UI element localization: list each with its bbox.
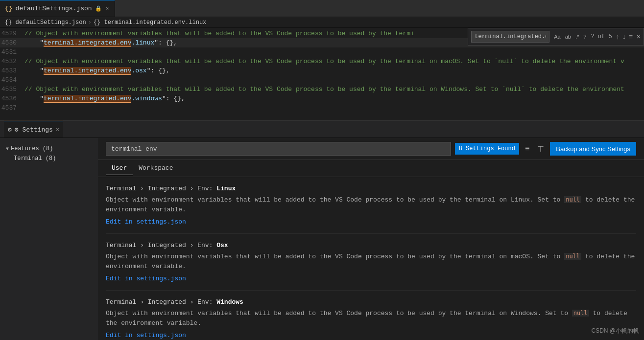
find-widget: Aa ab .* ? ? of 5 ↑ ↓ ≡ ×: [468, 28, 644, 45]
settings-toolbar: 8 Settings Found ≡ ⊤ Backup and Sync Set…: [98, 138, 644, 160]
find-menu-btn[interactable]: ≡: [628, 33, 634, 41]
code-line-4534: 4534: [0, 75, 644, 85]
setting-desc-text-linux: Object with environment variables that w…: [106, 196, 560, 204]
settings-tab-label: ⚙ Settings: [15, 126, 53, 134]
breadcrumb-sep1: ›: [88, 19, 92, 26]
find-prev-btn[interactable]: ↑: [615, 33, 620, 41]
line-content-4535: // Object with environment variables tha…: [24, 85, 644, 94]
setting-desc-windows: Object with environment variables that w…: [106, 309, 636, 328]
settings-list: Terminal › Integrated › Env: Linux Objec…: [98, 177, 644, 340]
edit-settings-link-linux[interactable]: Edit in settings.json: [106, 218, 186, 226]
line-num-4535: 4535: [0, 85, 24, 94]
setting-item-osx: Terminal › Integrated › Env: Osx Object …: [106, 234, 636, 291]
sidebar-features-label: Features (8): [11, 145, 53, 152]
setting-title-windows: Terminal › Integrated › Env: Windows: [106, 298, 636, 306]
find-close-btn[interactable]: ×: [637, 33, 641, 41]
find-count: ? of 5: [591, 33, 612, 40]
filter-settings-btn[interactable]: ⊤: [535, 143, 546, 155]
json-icon: {}: [5, 5, 13, 12]
setting-title-bold-linux: Linux: [216, 185, 236, 192]
bottom-panel: ⚙ ⚙ Settings × ▼ Features (8) Terminal (…: [0, 121, 644, 340]
settings-panel-tab[interactable]: ⚙ ⚙ Settings ×: [4, 121, 63, 137]
breadcrumb: {} defaultSettings.json › {} terminal.in…: [0, 17, 644, 28]
line-num-4536: 4536: [0, 94, 24, 103]
setting-title-prefix-windows: Terminal › Integrated › Env:: [106, 298, 216, 306]
tab-label: defaultSettings.json: [16, 5, 92, 12]
edit-settings-link-windows[interactable]: Edit in settings.json: [106, 332, 186, 339]
tab-workspace-label: Workspace: [139, 164, 173, 172]
breadcrumb-part1: {} defaultSettings.json: [5, 19, 86, 26]
line-num-4529: 4529: [0, 29, 24, 38]
backup-sync-button[interactable]: Backup and Sync Settings: [550, 142, 636, 156]
setting-title-bold-osx: Osx: [216, 242, 228, 249]
setting-inline-code-windows: null: [572, 310, 589, 317]
setting-title-osx: Terminal › Integrated › Env: Osx: [106, 242, 636, 249]
settings-main: 8 Settings Found ≡ ⊤ Backup and Sync Set…: [98, 138, 644, 340]
code-line-4531: 4531: [0, 47, 644, 57]
settings-count-badge: 8 Settings Found: [455, 143, 519, 155]
line-content-4533: "terminal.integrated.env.osx": {},: [24, 66, 644, 75]
settings-content: ▼ Features (8) Terminal (8) 8 Settings F…: [0, 138, 644, 340]
setting-inline-code-linux: null: [564, 196, 581, 203]
settings-user-workspace-tabs: User Workspace: [98, 160, 644, 177]
line-num-4534: 4534: [0, 75, 24, 85]
tab-bar: {} defaultSettings.json 🔒 ×: [0, 0, 644, 17]
sort-settings-btn[interactable]: ≡: [523, 143, 531, 154]
tab-close-icon[interactable]: ×: [105, 5, 110, 12]
settings-panel-close-btn[interactable]: ×: [56, 126, 59, 133]
settings-tab-icon: ⚙: [8, 126, 12, 134]
setting-desc-text-windows: Object with environment variables that w…: [106, 310, 568, 317]
line-content-4532: // Object with environment variables tha…: [24, 57, 644, 66]
line-num-4537: 4537: [0, 103, 24, 113]
setting-desc-linux: Object with environment variables that w…: [106, 195, 636, 214]
line-content-4536: "terminal.integrated.env.windows": {},: [24, 94, 644, 103]
search-input[interactable]: [106, 142, 451, 156]
find-regex-btn[interactable]: .*: [574, 33, 580, 40]
tab-user-label: User: [112, 164, 127, 172]
editor-tab[interactable]: {} defaultSettings.json 🔒 ×: [0, 0, 115, 17]
line-num-4531: 4531: [0, 47, 24, 57]
setting-title-linux: Terminal › Integrated › Env: Linux: [106, 185, 636, 192]
find-whole-word-btn[interactable]: ab: [564, 33, 572, 40]
line-num-4532: 4532: [0, 57, 24, 66]
setting-title-bold-windows: Windows: [216, 298, 243, 306]
code-line-4537: 4537: [0, 103, 644, 113]
lock-icon: 🔒: [95, 5, 102, 12]
setting-desc-osx: Object with environment variables that w…: [106, 252, 636, 271]
sidebar-features-group: ▼ Features (8) Terminal (8): [0, 142, 98, 165]
sidebar-item-terminal[interactable]: Terminal (8): [0, 154, 98, 163]
find-preserve-case-btn[interactable]: ?: [582, 33, 588, 40]
code-line-4533: 4533 "terminal.integrated.env.osx": {},: [0, 66, 644, 75]
setting-desc-text-osx: Object with environment variables that w…: [106, 253, 560, 260]
setting-item-windows: Terminal › Integrated › Env: Windows Obj…: [106, 291, 636, 340]
tab-user[interactable]: User: [106, 161, 133, 175]
code-line-4532: 4532 // Object with environment variable…: [0, 57, 644, 66]
panel-tab-bar: ⚙ ⚙ Settings ×: [0, 121, 644, 138]
sidebar-terminal-label: Terminal (8): [14, 155, 56, 162]
code-editor: Aa ab .* ? ? of 5 ↑ ↓ ≡ × 4529 // Object…: [0, 28, 644, 121]
line-num-4530: 4530: [0, 38, 24, 47]
find-input[interactable]: [471, 31, 549, 43]
code-line-4536: 4536 "terminal.integrated.env.windows": …: [0, 94, 644, 103]
sidebar-features-header[interactable]: ▼ Features (8): [0, 144, 98, 154]
find-match-case-btn[interactable]: Aa: [552, 33, 562, 40]
setting-title-prefix-osx: Terminal › Integrated › Env:: [106, 242, 216, 249]
find-nav: ↑ ↓ ≡: [615, 33, 634, 41]
setting-inline-code-osx: null: [564, 253, 581, 260]
edit-settings-link-osx[interactable]: Edit in settings.json: [106, 275, 186, 282]
find-options: Aa ab .* ?: [552, 33, 588, 40]
setting-title-prefix-linux: Terminal › Integrated › Env:: [106, 185, 216, 192]
setting-item-linux: Terminal › Integrated › Env: Linux Objec…: [106, 177, 636, 234]
find-next-btn[interactable]: ↓: [621, 33, 627, 41]
tab-workspace[interactable]: Workspace: [133, 161, 179, 175]
breadcrumb-part2: {} terminal.integrated.env.linux: [94, 19, 206, 26]
line-num-4533: 4533: [0, 66, 24, 75]
chevron-down-icon: ▼: [6, 146, 9, 152]
code-line-4535: 4535 // Object with environment variable…: [0, 85, 644, 94]
settings-sidebar: ▼ Features (8) Terminal (8): [0, 138, 98, 340]
